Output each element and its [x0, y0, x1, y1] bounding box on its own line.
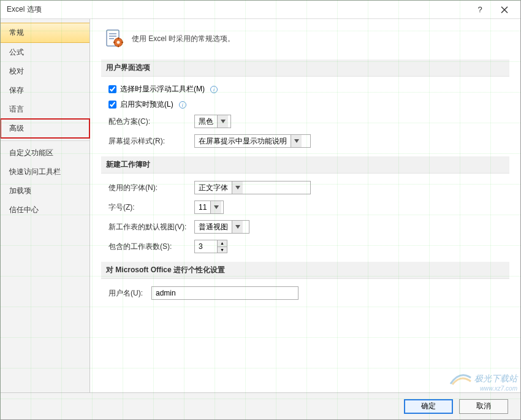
label-sheet-count: 包含的工作表数(S): [108, 242, 194, 252]
select-default-view[interactable]: 普通视图 [194, 220, 249, 234]
checkbox-floating-toolbar[interactable] [108, 85, 116, 93]
label-font-size: 字号(Z): [108, 202, 194, 213]
row-screentip-style: 屏幕提示样式(R): 在屏幕提示中显示功能说明 [108, 134, 502, 148]
help-button[interactable]: ? [468, 1, 492, 18]
sidebar-separator [1, 140, 89, 141]
label-screentip: 屏幕提示样式(R): [108, 136, 194, 147]
input-username[interactable] [151, 286, 299, 300]
info-icon[interactable]: i [210, 86, 218, 93]
row-floating-toolbar: 选择时显示浮动工具栏(M) i [108, 84, 502, 94]
row-sheet-count: 包含的工作表数(S): 3 ▲ ▼ [108, 240, 502, 253]
select-screentip-style[interactable]: 在屏幕提示中显示功能说明 [194, 134, 311, 148]
sidebar-item-advanced[interactable]: 高级 [1, 119, 89, 138]
sidebar-item-language[interactable]: 语言 [1, 100, 89, 119]
section-ui-options: 用户界面选项 选择时显示浮动工具栏(M) i 启用实时预览(L) i 配色方案(… [101, 59, 509, 148]
chevron-down-icon [291, 135, 302, 147]
sidebar-item-qat[interactable]: 快速访问工具栏 [1, 162, 89, 181]
svg-rect-11 [121, 42, 123, 43]
label-font: 使用的字体(N): [108, 183, 194, 193]
sidebar-item-addins[interactable]: 加载项 [1, 181, 89, 200]
svg-point-7 [117, 41, 120, 44]
sidebar-item-customize-ribbon[interactable]: 自定义功能区 [1, 143, 89, 162]
spinner-down[interactable]: ▼ [218, 247, 227, 253]
info-icon[interactable]: i [179, 101, 186, 109]
cancel-button[interactable]: 取消 [459, 399, 508, 414]
chevron-down-icon [232, 221, 243, 233]
section-new-workbook: 新建工作簿时 使用的字体(N): 正文字体 字号(Z): [101, 156, 509, 253]
chevron-down-icon [217, 115, 228, 128]
chevron-down-icon [232, 181, 243, 194]
label-default-view: 新工作表的默认视图(V): [108, 222, 194, 232]
select-color-scheme[interactable]: 黑色 [194, 115, 231, 128]
ok-button[interactable]: 确定 [404, 399, 453, 414]
titlebar: Excel 选项 ? [1, 1, 520, 19]
sidebar-item-trust-center[interactable]: 信任中心 [1, 200, 89, 220]
sidebar-item-general[interactable]: 常规 [1, 23, 89, 43]
section-header-ui: 用户界面选项 [101, 59, 509, 77]
dialog-title: Excel 选项 [7, 4, 468, 15]
close-icon [501, 6, 508, 13]
section-personalize: 对 Microsoft Office 进行个性化设置 用户名(U): [101, 262, 509, 300]
row-font-size: 字号(Z): 11 [108, 200, 502, 214]
dialog-footer: 确定 取消 [1, 392, 520, 419]
content-pane: 使用 Excel 时采用的常规选项。 用户界面选项 选择时显示浮动工具栏(M) … [90, 19, 520, 392]
options-icon [105, 29, 124, 48]
section-header-personal: 对 Microsoft Office 进行个性化设置 [101, 262, 509, 279]
row-color-scheme: 配色方案(C): 黑色 [108, 115, 502, 128]
label-live-preview: 启用实时预览(L) [120, 99, 173, 110]
svg-rect-8 [118, 37, 119, 39]
spinner-sheet-count[interactable]: 3 ▲ ▼ [194, 240, 227, 253]
row-font: 使用的字体(N): 正文字体 [108, 181, 502, 194]
checkbox-live-preview[interactable] [108, 101, 116, 109]
select-font-size[interactable]: 11 [194, 200, 224, 214]
section-header-newwb: 新建工作簿时 [101, 156, 509, 174]
sidebar-item-proofing[interactable]: 校对 [1, 62, 89, 81]
select-font[interactable]: 正文字体 [194, 181, 311, 194]
intro-text: 使用 Excel 时采用的常规选项。 [132, 34, 235, 44]
label-floating-toolbar: 选择时显示浮动工具栏(M) [120, 84, 205, 94]
svg-rect-10 [113, 42, 115, 43]
chevron-down-icon [210, 201, 221, 213]
svg-rect-9 [118, 45, 119, 47]
main-area: 常规 公式 校对 保存 语言 高级 自定义功能区 快速访问工具栏 加载项 信任中… [1, 19, 520, 392]
close-button[interactable] [492, 1, 517, 18]
sidebar-item-formulas[interactable]: 公式 [1, 43, 89, 62]
row-default-view: 新工作表的默认视图(V): 普通视图 [108, 220, 502, 234]
sidebar-item-save[interactable]: 保存 [1, 81, 89, 100]
row-live-preview: 启用实时预览(L) i [108, 99, 502, 110]
label-color-scheme: 配色方案(C): [108, 116, 194, 127]
intro-row: 使用 Excel 时采用的常规选项。 [101, 29, 509, 48]
spinner-up[interactable]: ▲ [218, 240, 227, 247]
label-username: 用户名(U): [108, 288, 151, 299]
sidebar: 常规 公式 校对 保存 语言 高级 自定义功能区 快速访问工具栏 加载项 信任中… [1, 19, 90, 392]
options-dialog: Excel 选项 ? 常规 公式 校对 保存 语言 高级 自定义功能区 快速访问… [0, 0, 521, 420]
row-username: 用户名(U): [108, 286, 502, 300]
